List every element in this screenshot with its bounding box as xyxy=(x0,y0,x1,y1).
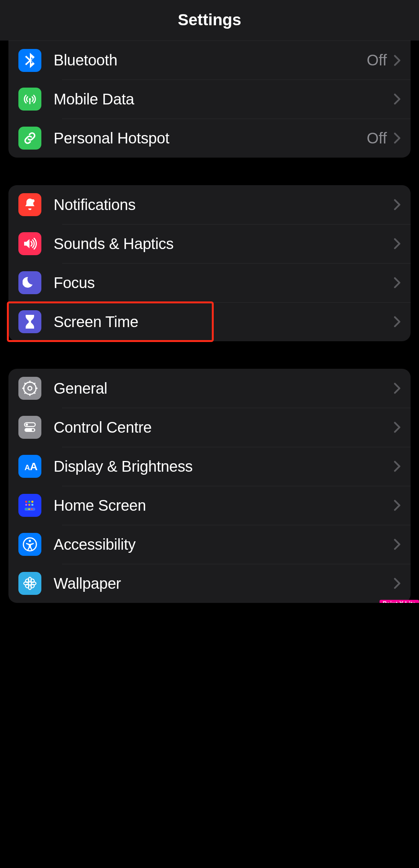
row-value: Off xyxy=(367,130,387,147)
svg-point-13 xyxy=(26,423,28,426)
chevron-right-icon xyxy=(394,383,401,394)
row-label: Focus xyxy=(54,274,394,292)
chevron-right-icon xyxy=(394,500,401,511)
row-label: Bluetooth xyxy=(54,52,367,69)
row-bluetooth[interactable]: Bluetooth Off xyxy=(8,41,411,80)
svg-rect-25 xyxy=(26,508,27,510)
row-label: Sounds & Haptics xyxy=(54,235,394,252)
row-label: Display & Brightness xyxy=(54,458,394,475)
svg-rect-22 xyxy=(28,504,30,506)
chevron-right-icon xyxy=(394,422,401,433)
hourglass-icon xyxy=(18,310,41,333)
row-general[interactable]: General xyxy=(8,369,411,408)
row-accessibility[interactable]: Accessibility xyxy=(8,525,411,564)
accessibility-icon xyxy=(18,533,41,556)
svg-point-3 xyxy=(28,386,32,390)
svg-rect-21 xyxy=(25,504,27,506)
flower-icon xyxy=(18,572,41,595)
bell-icon xyxy=(18,193,41,216)
row-sounds-haptics[interactable]: Sounds & Haptics xyxy=(8,224,411,263)
svg-rect-18 xyxy=(25,501,27,503)
row-mobile-data[interactable]: Mobile Data xyxy=(8,80,411,119)
settings-group-attention: Notifications Sounds & Haptics Focus Scr… xyxy=(8,185,411,341)
svg-rect-26 xyxy=(28,508,30,510)
appgrid-icon xyxy=(18,494,41,517)
moon-icon xyxy=(18,271,41,294)
svg-text:A: A xyxy=(25,463,30,472)
chevron-right-icon xyxy=(394,578,401,589)
row-notifications[interactable]: Notifications xyxy=(8,185,411,224)
page-title: Settings xyxy=(0,11,419,29)
svg-point-15 xyxy=(32,429,34,431)
chevron-right-icon xyxy=(394,539,401,550)
row-label: Wallpaper xyxy=(54,575,394,592)
row-label: Notifications xyxy=(54,196,394,213)
antenna-icon xyxy=(18,88,41,111)
speaker-icon xyxy=(18,232,41,255)
row-focus[interactable]: Focus xyxy=(8,263,411,302)
watermark-badge: Paint X Lite xyxy=(380,600,419,603)
row-home-screen[interactable]: Home Screen xyxy=(8,486,411,525)
row-screen-time[interactable]: Screen Time xyxy=(8,302,411,341)
settings-group-system: General Control Centre AA Display & Brig… xyxy=(8,369,411,603)
row-label: General xyxy=(54,380,394,397)
toggles-icon xyxy=(18,416,41,439)
row-value: Off xyxy=(367,52,387,69)
header: Settings xyxy=(0,0,419,41)
chevron-right-icon xyxy=(394,132,401,144)
gear-icon xyxy=(18,377,41,400)
chevron-right-icon xyxy=(394,199,401,210)
row-label: Personal Hotspot xyxy=(54,130,367,147)
row-display-brightness[interactable]: AA Display & Brightness xyxy=(8,447,411,486)
svg-point-29 xyxy=(29,540,31,542)
textsize-icon: AA xyxy=(18,455,41,478)
svg-text:A: A xyxy=(30,461,38,472)
chevron-right-icon xyxy=(394,238,401,249)
row-personal-hotspot[interactable]: Personal Hotspot Off xyxy=(8,119,411,158)
row-label: Control Centre xyxy=(54,419,394,436)
chevron-right-icon xyxy=(394,461,401,472)
row-wallpaper[interactable]: Wallpaper xyxy=(8,564,411,603)
row-label: Mobile Data xyxy=(54,91,394,108)
row-control-centre[interactable]: Control Centre xyxy=(8,408,411,447)
chevron-right-icon xyxy=(394,316,401,327)
chevron-right-icon xyxy=(394,277,401,288)
svg-rect-27 xyxy=(31,508,33,510)
svg-rect-23 xyxy=(31,504,33,506)
chevron-right-icon xyxy=(394,55,401,66)
bluetooth-icon xyxy=(18,49,41,72)
svg-rect-19 xyxy=(28,501,30,503)
chevron-right-icon xyxy=(394,93,401,105)
row-label: Accessibility xyxy=(54,536,394,553)
svg-rect-20 xyxy=(31,501,33,503)
row-label: Screen Time xyxy=(54,313,394,331)
link-icon xyxy=(18,127,41,150)
svg-point-1 xyxy=(31,199,34,202)
row-label: Home Screen xyxy=(54,497,394,514)
settings-group-connectivity: Bluetooth Off Mobile Data Personal Hotsp… xyxy=(8,41,411,158)
